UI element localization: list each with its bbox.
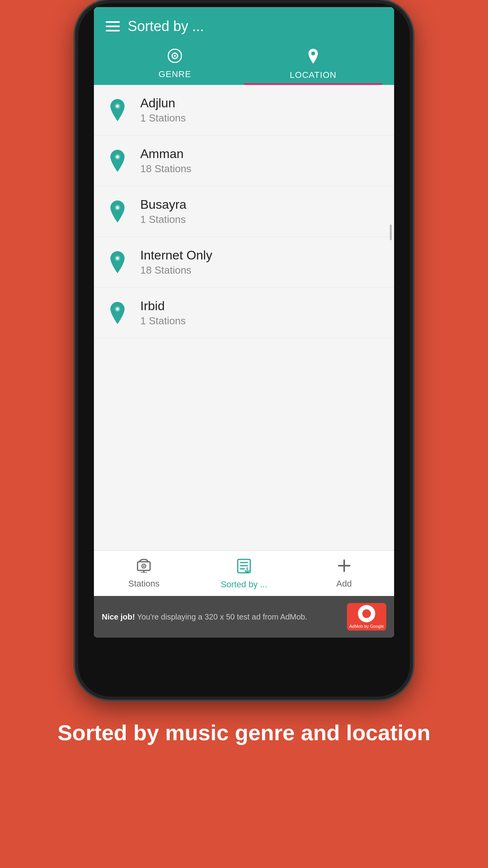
list-item-amman[interactable]: Amman 18 Stations [94,136,394,186]
top-bar-header: Sorted by ... [106,18,382,42]
tab-location[interactable]: LOCATION [244,42,382,85]
svg-point-5 [116,105,119,108]
item-name-irbid: Irbid [140,299,186,313]
svg-point-2 [174,55,176,57]
location-pin-adjlun [106,98,129,122]
page-title: Sorted by ... [128,18,204,35]
scrollbar-hint [390,224,392,240]
item-sub-amman: 18 Stations [140,163,191,175]
item-name-amman: Amman [140,147,191,161]
tab-genre-label: GENRE [158,69,191,79]
phone-shell: Sorted by ... GENRE [75,0,413,700]
add-icon [337,559,351,576]
location-pin-amman [106,149,129,173]
nav-item-add[interactable]: Add [294,551,394,596]
phone-screen: Sorted by ... GENRE [94,7,394,638]
location-pin-internet-only [106,250,129,274]
item-sub-irbid: 1 Stations [140,315,186,327]
admob-logo-inner [358,605,375,622]
item-text-irbid: Irbid 1 Stations [140,299,186,327]
nav-label-sorted-by: Sorted by ... [221,579,268,590]
tagline-area: Sorted by music genre and location [0,700,488,758]
ad-text-normal: You're displaying a 320 x 50 test ad fro… [137,612,307,621]
svg-point-7 [116,156,119,158]
svg-point-13 [116,308,119,311]
svg-point-18 [143,565,145,567]
top-bar: Sorted by ... GENRE [94,7,394,85]
item-name-busayra: Busayra [140,197,186,212]
item-name-internet-only: Internet Only [140,248,212,263]
location-pin-irbid [106,301,129,325]
stations-icon [136,559,152,576]
bottom-nav: Stations Sorted by ... [94,550,394,596]
phone-wrapper: Sorted by ... GENRE [75,0,413,700]
tabs-row: GENRE LOCATION [106,42,382,85]
item-text-busayra: Busayra 1 Stations [140,197,186,226]
ad-text-bold: Nice job! [102,612,135,621]
hamburger-icon[interactable] [106,21,120,31]
admob-logo: AdMob by Google [347,603,386,631]
location-pin-busayra [106,200,129,223]
item-text-adjlun: Adjlun 1 Stations [140,96,186,124]
ad-banner: Nice job! You're displaying a 320 x 50 t… [94,596,394,638]
tab-genre[interactable]: GENRE [106,42,244,85]
tagline-text: Sorted by music genre and location [57,719,430,746]
location-tab-icon [307,49,319,67]
svg-point-11 [116,257,119,260]
item-sub-internet-only: 18 Stations [140,264,212,276]
list-item-irbid[interactable]: Irbid 1 Stations [94,288,394,338]
ad-text-area: Nice job! You're displaying a 320 x 50 t… [102,611,341,622]
genre-icon [168,49,182,66]
tab-location-label: LOCATION [290,70,337,80]
nav-label-stations: Stations [128,579,160,589]
svg-point-3 [311,51,315,55]
item-sub-adjlun: 1 Stations [140,112,186,124]
nav-label-add: Add [336,579,352,589]
item-sub-busayra: 1 Stations [140,213,186,226]
list-item-busayra[interactable]: Busayra 1 Stations [94,186,394,237]
sorted-by-icon [236,559,252,577]
list-item-internet-only[interactable]: Internet Only 18 Stations [94,237,394,288]
item-name-adjlun: Adjlun [140,96,186,110]
list-item-adjlun[interactable]: Adjlun 1 Stations [94,85,394,136]
admob-brand-label: AdMob by Google [349,624,384,629]
item-text-internet-only: Internet Only 18 Stations [140,248,212,276]
nav-item-stations[interactable]: Stations [94,551,194,596]
item-text-amman: Amman 18 Stations [140,147,191,175]
list-area: Adjlun 1 Stations Amman [94,85,394,550]
svg-point-9 [116,206,119,209]
nav-item-sorted-by[interactable]: Sorted by ... [194,551,294,596]
